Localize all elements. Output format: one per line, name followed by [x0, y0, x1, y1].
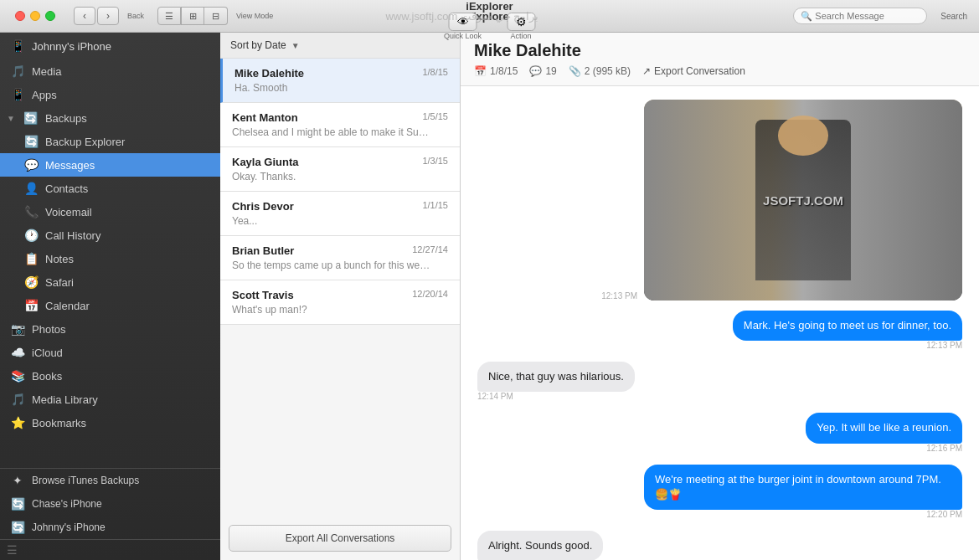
sidebar-item-label-calendar: Calendar [45, 300, 90, 312]
export-all-button[interactable]: Export All Conversations [229, 525, 451, 552]
sidebar-item-call-history[interactable]: 🕐 Call History [0, 223, 220, 247]
conv-date-3: 1/3/15 [422, 156, 448, 168]
msg-row-5: We're meeting at the burger joint in dow… [477, 465, 962, 521]
contacts-icon: 👤 [23, 182, 39, 195]
sidebar-item-johnny-iphone-footer[interactable]: 🔄 Johnny's iPhone [0, 516, 220, 539]
conv-item-2[interactable]: Kent Manton 1/5/15 Chelsea and I might b… [220, 103, 460, 147]
sidebar-item-label-bookmarks: Bookmarks [32, 417, 86, 429]
johnny-device-label: Johnny's iPhone [32, 521, 106, 533]
msg-time-5: 12:20 PM [926, 510, 962, 519]
column-view-button[interactable]: ⊞ [181, 7, 204, 25]
sidebar-bottom-bar: ☰ [0, 539, 220, 560]
menu-icon[interactable]: ☰ [7, 543, 18, 557]
nav-buttons: ‹ › [74, 7, 119, 25]
chat-message-count: 💬 19 [529, 65, 556, 77]
conv-sort-header: Sort by Date ▼ [220, 33, 460, 59]
sidebar-item-label-icloud: iCloud [32, 347, 63, 359]
conv-name-1: Mike Dalehite [234, 67, 304, 80]
chat-date: 📅 1/8/15 [474, 65, 518, 77]
msg-time-3: 12:14 PM [477, 392, 513, 401]
chat-attachments: 📎 2 (995 kB) [569, 65, 631, 77]
media-library-icon: 🎵 [10, 393, 25, 406]
conv-preview-3: Okay. Thanks. [232, 171, 433, 182]
chase-device-label: Chase's iPhone [32, 498, 102, 510]
list-view-button[interactable]: ☰ [157, 7, 181, 25]
action-label: Action [511, 32, 532, 40]
sidebar-item-label-call-history: Call History [45, 229, 100, 242]
sidebar-item-backup-explorer[interactable]: 🔄 Backup Explorer [0, 130, 220, 153]
view-mode-buttons: ☰ ⊞ ⊟ [157, 7, 228, 25]
forward-button[interactable]: › [97, 7, 119, 25]
msg-time-4: 12:16 PM [926, 444, 962, 453]
sidebar-item-contacts[interactable]: 👤 Contacts [0, 177, 220, 200]
sidebar-item-label-notes: Notes [45, 253, 74, 265]
call-history-icon: 🕐 [23, 229, 39, 242]
conv-item-1[interactable]: Mike Dalehite 1/8/15 Ha. Smooth [220, 59, 460, 103]
icon-view-button[interactable]: ⊟ [204, 7, 228, 25]
msg-bubble-4: Yep. It will be like a reunion. [806, 413, 962, 443]
sidebar-item-media-library[interactable]: 🎵 Media Library [0, 388, 220, 411]
search-icon: 🔍 [801, 11, 812, 22]
sidebar-item-icloud[interactable]: ☁️ iCloud [0, 341, 220, 364]
msg-wrapper-6: Alright. Sounds good. 12:20 PM [477, 531, 603, 560]
photos-icon: 📷 [10, 322, 25, 336]
msg-bubble-2: Mark. He's going to meet us for dinner, … [733, 311, 962, 341]
maximize-button[interactable] [45, 11, 55, 21]
conv-name-3: Kayla Giunta [232, 156, 298, 168]
msg-row-3: Nice, that guy was hilarious. 12:14 PM [477, 362, 962, 403]
conv-item-5[interactable]: Brian Butler 12/27/14 So the temps came … [220, 236, 460, 280]
conv-name-2: Kent Manton [232, 111, 298, 124]
conv-date-5: 12/27/14 [412, 244, 448, 257]
sidebar-item-books[interactable]: 📚 Books [0, 364, 220, 388]
conv-name-4: Chris Devor [232, 200, 294, 213]
sidebar-item-browse-itunes[interactable]: ✦ Browse iTunes Backups [0, 469, 220, 492]
sidebar-item-photos[interactable]: 📷 Photos [0, 317, 220, 341]
sidebar-item-chase-iphone[interactable]: 🔄 Chase's iPhone [0, 492, 220, 516]
sidebar-item-notes[interactable]: 📋 Notes [0, 247, 220, 270]
attachment-icon: 📎 [569, 65, 581, 77]
sidebar-item-voicemail[interactable]: 📞 Voicemail [0, 200, 220, 223]
msg-bubble-5: We're meeting at the burger joint in dow… [644, 465, 962, 510]
close-button[interactable] [15, 11, 25, 21]
sidebar-item-label-books: Books [32, 370, 62, 383]
conv-date-2: 1/5/15 [422, 111, 448, 124]
conv-item-3[interactable]: Kayla Giunta 1/3/15 Okay. Thanks. [220, 147, 460, 192]
back-button[interactable]: ‹ [74, 7, 95, 25]
safari-icon: 🧭 [23, 275, 39, 289]
media-icon: 🎵 [10, 64, 25, 78]
sidebar-item-device[interactable]: 📱 Johnny's iPhone [0, 33, 220, 59]
books-icon: 📚 [10, 369, 25, 383]
icloud-icon: ☁️ [10, 346, 25, 359]
sidebar-item-apps[interactable]: 📱 Apps [0, 83, 220, 106]
sidebar-item-calendar[interactable]: 📅 Calendar [0, 294, 220, 317]
sidebar-item-label-apps: Apps [32, 89, 57, 101]
search-input[interactable] [815, 11, 920, 21]
backup-explorer-icon: 🔄 [23, 135, 39, 148]
sidebar-item-label-contacts: Contacts [45, 182, 88, 195]
apps-icon: 📱 [10, 88, 25, 101]
title-bar: ‹ › Back ☰ ⊞ ⊟ View Mode iExplorer iExpl… [0, 0, 979, 33]
brand-watermark: www.jsoftj.com برامج جي سوفت [385, 10, 538, 23]
johnny-device-icon: 🔄 [10, 521, 25, 534]
sort-label: Sort by Date [230, 39, 286, 51]
conv-preview-1: Ha. Smooth [234, 82, 435, 94]
sidebar-item-safari[interactable]: 🧭 Safari [0, 270, 220, 294]
bookmarks-icon: ⭐ [10, 416, 25, 429]
minimize-button[interactable] [30, 11, 40, 21]
sidebar-item-media[interactable]: 🎵 Media [0, 59, 220, 83]
msg-row-2: Mark. He's going to meet us for dinner, … [477, 311, 962, 352]
sidebar-item-label-backup-explorer: Backup Explorer [45, 136, 125, 148]
sidebar-item-bookmarks[interactable]: ⭐ Bookmarks [0, 411, 220, 434]
chat-watermark: JSOFTJ.COM [763, 193, 843, 208]
conv-preview-4: Yea... [232, 215, 433, 227]
msg-time-2: 12:13 PM [926, 341, 962, 350]
chat-export-link[interactable]: ↗ Export Conversation [642, 65, 745, 77]
conv-item-6[interactable]: Scott Travis 12/20/14 What's up man!? [220, 280, 460, 325]
voicemail-icon: 📞 [23, 205, 39, 218]
sidebar-item-messages[interactable]: 💬 Messages [0, 153, 220, 177]
conv-item-4[interactable]: Chris Devor 1/1/15 Yea... [220, 192, 460, 236]
export-icon: ↗ [642, 65, 651, 77]
sidebar-group-backups[interactable]: ▼ 🔄 Backups [0, 106, 220, 130]
conversation-list: Sort by Date ▼ Mike Dalehite 1/8/15 Ha. … [220, 33, 461, 560]
conv-date-6: 12/20/14 [412, 289, 448, 301]
